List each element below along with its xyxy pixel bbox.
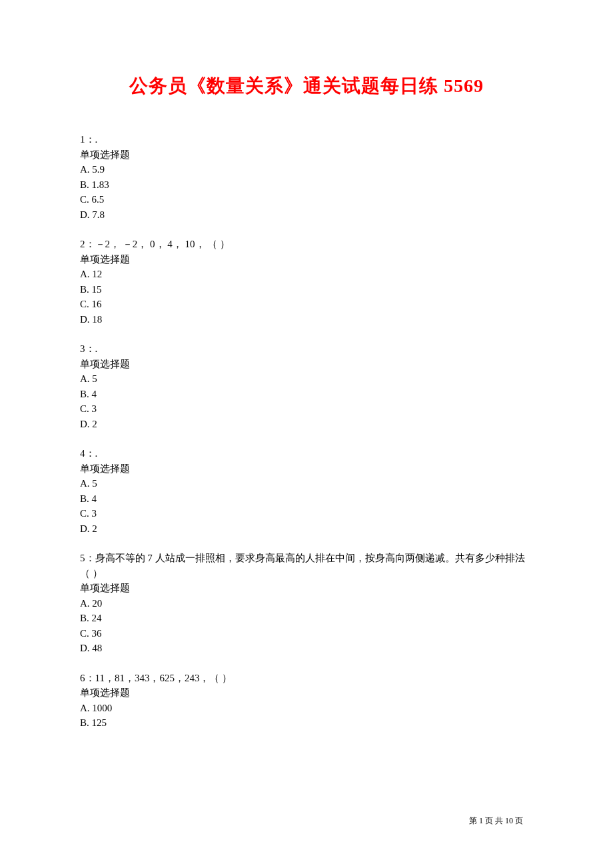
option-a: A. 5 — [80, 476, 533, 491]
question-type: 单项选择题 — [80, 357, 533, 372]
option-a: A. 1000 — [80, 701, 533, 716]
option-c: C. 3 — [80, 506, 533, 521]
option-c: C. 16 — [80, 297, 533, 312]
footer-prefix: 第 — [469, 816, 479, 825]
question-type: 单项选择题 — [80, 252, 533, 267]
question-number: 2：－2， －2， 0， 4， 10， （ ） — [80, 237, 533, 252]
question-3: 3：. 单项选择题 A. 5 B. 4 C. 3 D. 2 — [80, 341, 533, 431]
option-b: B. 15 — [80, 282, 533, 297]
document-title: 公务员《数量关系》通关试题每日练 5569 — [80, 73, 533, 99]
option-b: B. 125 — [80, 715, 533, 731]
option-c: C. 36 — [80, 626, 533, 641]
option-d: D. 48 — [80, 641, 533, 656]
option-c: C. 6.5 — [80, 192, 533, 207]
footer-middle: 页 共 — [483, 816, 505, 825]
page-footer: 第 1 页 共 10 页 — [469, 815, 523, 827]
option-b: B. 1.83 — [80, 177, 533, 193]
option-d: D. 7.8 — [80, 207, 533, 223]
question-number: 3：. — [80, 341, 533, 357]
question-number: 6：11，81，343，625，243，（ ） — [80, 671, 533, 686]
option-b: B. 24 — [80, 611, 533, 626]
option-d: D. 2 — [80, 417, 533, 432]
option-a: A. 20 — [80, 596, 533, 611]
question-2: 2：－2， －2， 0， 4， 10， （ ） 单项选择题 A. 12 B. 1… — [80, 237, 533, 327]
footer-suffix: 页 — [513, 816, 523, 825]
question-6: 6：11，81，343，625，243，（ ） 单项选择题 A. 1000 B.… — [80, 671, 533, 731]
footer-total-pages: 10 — [505, 816, 513, 825]
question-type: 单项选择题 — [80, 147, 533, 163]
option-c: C. 3 — [80, 401, 533, 417]
question-5: 5：身高不等的 7 人站成一排照相，要求身高最高的人排在中间，按身高向两侧递减。… — [80, 551, 533, 656]
question-number: 1：. — [80, 132, 533, 147]
question-type: 单项选择题 — [80, 581, 533, 596]
question-type: 单项选择题 — [80, 461, 533, 477]
option-b: B. 4 — [80, 387, 533, 402]
option-a: A. 12 — [80, 267, 533, 282]
option-a: A. 5.9 — [80, 162, 533, 177]
option-b: B. 4 — [80, 491, 533, 507]
option-d: D. 2 — [80, 521, 533, 537]
document-page: 公务员《数量关系》通关试题每日练 5569 1：. 单项选择题 A. 5.9 B… — [0, 0, 613, 731]
option-d: D. 18 — [80, 312, 533, 327]
question-type: 单项选择题 — [80, 685, 533, 701]
question-number: 4：. — [80, 446, 533, 461]
question-4: 4：. 单项选择题 A. 5 B. 4 C. 3 D. 2 — [80, 446, 533, 536]
question-1: 1：. 单项选择题 A. 5.9 B. 1.83 C. 6.5 D. 7.8 — [80, 132, 533, 222]
option-a: A. 5 — [80, 371, 533, 387]
question-number: 5：身高不等的 7 人站成一排照相，要求身高最高的人排在中间，按身高向两侧递减。… — [80, 551, 533, 581]
